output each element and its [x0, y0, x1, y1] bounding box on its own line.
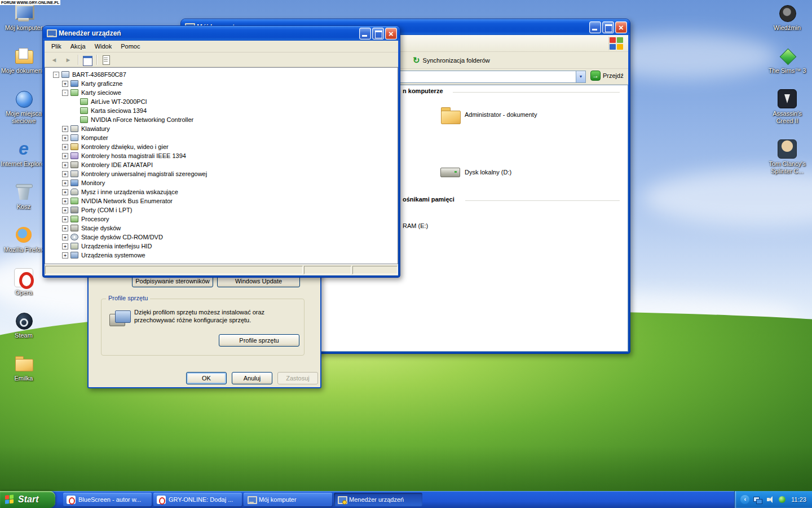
tree-expander[interactable]: + [62, 153, 68, 159]
tree-expander[interactable]: - [53, 72, 59, 78]
desktop-icon[interactable]: Mozilla Firefox [0, 225, 47, 253]
close-button[interactable]: × [615, 21, 627, 33]
tree-expander[interactable]: + [62, 234, 68, 240]
tree-expander[interactable]: + [62, 81, 68, 87]
desktop-icon[interactable]: Steam [0, 311, 47, 339]
tree-item[interactable]: + Urządzenia interfejsu HID [45, 242, 398, 251]
tree-expander[interactable]: + [62, 144, 68, 150]
volume-tray-icon[interactable] [765, 496, 774, 503]
tree-item[interactable]: + Kontrolery hosta magistrali IEEE 1394 [45, 151, 398, 160]
tree-item[interactable]: + Stacje dysków CD-ROM/DVD [45, 233, 398, 242]
network-adapter-icon [80, 98, 88, 105]
list-item[interactable]: Administrator - dokumenty [440, 106, 537, 124]
folder-icon [440, 106, 460, 124]
go-button[interactable]: → Przejdź [590, 71, 624, 81]
tree-expander[interactable]: + [62, 135, 68, 141]
desktop-icon[interactable]: Emilka [0, 354, 47, 382]
properties-icon[interactable] [100, 55, 112, 65]
tree-expander[interactable]: + [62, 198, 68, 204]
sync-folders-button[interactable]: ↻ Synchronizacja folderów [409, 54, 493, 66]
tree-expander[interactable]: + [62, 207, 68, 213]
desktop-icon[interactable]: Moje dokumenty [0, 46, 47, 75]
desktop-icon-label: The Sims™ 3 [769, 67, 806, 75]
tree-expander[interactable]: + [62, 216, 68, 222]
menu-item[interactable]: Akcja [66, 42, 90, 51]
tree-item[interactable]: + NVIDIA Network Bus Enumerator [45, 196, 398, 205]
toolbar-separator [78, 55, 78, 65]
tree-expander[interactable]: - [62, 90, 68, 96]
tree-expander[interactable]: + [62, 252, 68, 259]
minimize-button[interactable] [589, 21, 601, 33]
usb-icon [70, 170, 78, 177]
tree-expander[interactable]: + [62, 189, 68, 195]
maximize-button[interactable] [372, 28, 384, 40]
taskbar-task[interactable]: GRY-ONLINE: Dodaj ... [153, 493, 242, 506]
tree-item[interactable]: + Kontrolery IDE ATA/ATAPI [45, 160, 398, 169]
tree-item[interactable]: + Mysz i inne urządzenia wskazujące [45, 187, 398, 196]
desktop-icon[interactable]: Opera [0, 268, 47, 296]
task-label: Menedżer urządzeń [349, 496, 404, 503]
forward-icon[interactable]: ► [62, 54, 74, 65]
taskbar-task[interactable]: Mój komputer [244, 493, 332, 506]
tree-item[interactable]: + Kontrolery dźwięku, wideo i gier [45, 142, 398, 151]
device-label: Urządzenia interfejsu HID [81, 243, 152, 249]
tree-item[interactable]: + Klawiatury [45, 124, 398, 133]
chevron-down-icon[interactable]: ▼ [576, 71, 585, 82]
console-window-icon[interactable] [82, 55, 93, 65]
start-button[interactable]: Start [0, 491, 55, 508]
tree-item[interactable]: + Porty (COM i LPT) [45, 205, 398, 214]
desktop-icon[interactable]: The Sims™ 3 [764, 46, 811, 75]
back-icon[interactable]: ◄ [48, 54, 60, 65]
taskbar-task[interactable]: Menedżer urządzeń [334, 493, 422, 506]
desktop-icon[interactable]: Tom Clancy's Splinter C... [764, 139, 811, 175]
firefox-icon [14, 225, 33, 244]
splinter-cell-icon [778, 139, 797, 159]
network-tray-icon[interactable] [753, 496, 762, 503]
desktop-icon[interactable]: Wiedźmin [764, 3, 811, 32]
taskbar-task[interactable]: BlueScreen - autor w... [63, 493, 152, 506]
tree-expander[interactable]: + [62, 225, 68, 231]
menu-item[interactable]: Widok [90, 42, 117, 51]
hide-icons-chevron[interactable]: ‹ [740, 495, 749, 504]
windows-flag-icon [5, 494, 15, 505]
desktop-icon[interactable]: Moje miejsca sieciowe [0, 89, 47, 125]
desktop-icon[interactable]: Internet Explorer [0, 139, 47, 168]
list-item[interactable]: Dysk lokalny (D:) [440, 163, 511, 181]
tree-item[interactable]: + Komputer [45, 133, 398, 142]
tree-item[interactable]: + Urządzenia systemowe [45, 251, 398, 260]
ok-button[interactable]: OK [186, 372, 227, 384]
maximize-button[interactable] [602, 21, 614, 33]
menu-item[interactable]: Plik [47, 42, 66, 51]
tree-item[interactable]: NVIDIA nForce Networking Controller [45, 115, 398, 124]
sync-icon: ↻ [413, 56, 420, 64]
tree-expander[interactable]: + [62, 171, 68, 177]
status-bar [45, 264, 398, 275]
desktop-icon[interactable]: Mój komputer [0, 3, 47, 32]
tree-expander[interactable]: + [62, 180, 68, 186]
tree-item[interactable]: - BART-4368F50C87 [45, 70, 398, 79]
hardware-profiles-button[interactable]: Profile sprzętu [219, 334, 299, 347]
tree-item[interactable]: - Karty sieciowe [45, 88, 398, 97]
tree-item[interactable]: + Procesory [45, 214, 398, 224]
menu-item[interactable]: Pomoc [116, 42, 144, 51]
tree-item[interactable]: + Stacje dysków [45, 224, 398, 233]
tree-item[interactable]: Karta sieciowa 1394 [45, 106, 398, 115]
tree-item[interactable]: + Kontrolery uniwersalnej magistrali sze… [45, 169, 398, 178]
tree-item[interactable]: + Karty graficzne [45, 79, 398, 88]
tree-expander[interactable]: + [62, 243, 68, 249]
recycle-bin-icon [14, 182, 33, 202]
cancel-button[interactable]: Anuluj [232, 372, 272, 384]
device-manager-titlebar[interactable]: Menedżer urządzeń × [43, 26, 400, 41]
close-button[interactable]: × [385, 28, 397, 40]
tree-expander[interactable]: + [62, 162, 68, 168]
tree-item[interactable]: + Monitory [45, 178, 398, 187]
desktop-icon[interactable]: Kosz [0, 182, 47, 211]
desktop-icon[interactable]: Assassin's Creed II [764, 89, 811, 125]
tree-item[interactable]: AirLive WT-2000PCI [45, 97, 398, 106]
status-tray-icon[interactable] [778, 496, 787, 503]
list-item[interactable]: RAM (E:) [403, 222, 428, 229]
minimize-button[interactable] [359, 28, 371, 40]
tree-expander[interactable]: + [62, 126, 68, 132]
my-computer-icon [14, 3, 33, 23]
sync-folders-label: Synchronizacja folderów [423, 57, 490, 64]
